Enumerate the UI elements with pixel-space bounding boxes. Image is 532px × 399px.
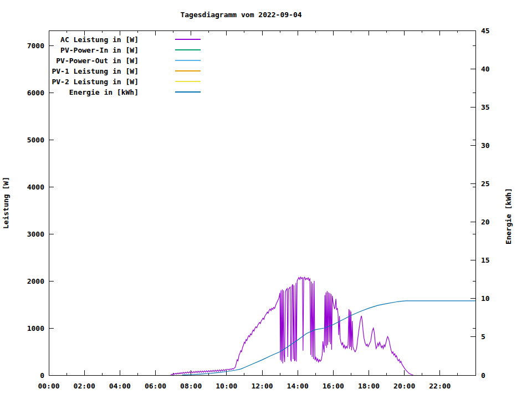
y2-tick-label: 40 [481,65,490,73]
series-line-ac-leistung-in-w [171,277,413,375]
legend-label-pv-1-leistung-in-w: PV-1 Leistung in [W] [52,67,139,75]
y-tick-label: 7000 [27,42,44,50]
x-tick-label: 08:00 [180,382,202,390]
x-tick-label: 12:00 [251,382,273,390]
legend-label-pv-power-out-in-w: PV-Power-Out in [W] [56,57,139,65]
y2-tick-label: 35 [481,103,490,111]
daily-pv-chart: Tagesdiagramm vom 2022-09-04 Leistung [W… [0,0,532,399]
x-tick-label: 20:00 [393,382,415,390]
y-tick-label: 4000 [27,183,44,191]
y2-tick-label: 0 [481,371,485,380]
x-tick-label: 18:00 [358,382,380,390]
y-tick-label: 0 [40,371,44,380]
y-tick-label: 6000 [27,89,44,97]
y2-tick-label: 5 [481,332,485,341]
y2-axis-label: Energie [kWh] [504,188,513,244]
y2-tick-label: 10 [481,294,490,303]
series-lines [171,277,475,375]
legend-label-pv-power-in-in-w: PV-Power-In in [W] [60,46,139,54]
legend-label-ac-leistung-in-w: AC Leistung in [W] [60,35,139,44]
x-tick-label: 04:00 [109,382,131,390]
legend: AC Leistung in [W]PV-Power-In in [W]PV-P… [52,35,201,96]
chart-title: Tagesdiagramm vom 2022-09-04 [180,11,301,19]
x-tick-label: 06:00 [145,382,166,390]
y-tick-label: 3000 [27,230,44,238]
x-tick-label: 14:00 [287,382,309,390]
x-tick-label: 22:00 [429,382,451,390]
chart-page: Tagesdiagramm vom 2022-09-04 Leistung [W… [0,0,532,399]
legend-label-pv-2-leistung-in-w: PV-2 Leistung in [W] [52,78,139,86]
y2-tick-label: 25 [481,180,490,188]
x-tick-label: 00:00 [38,382,59,390]
x-tick-label: 10:00 [216,382,237,390]
y2-tick-label: 45 [481,27,490,35]
y2-tick-label: 15 [481,256,490,264]
y2-tick-label: 30 [481,141,490,150]
legend-label-energie-in-kwh: Energie in [kWh] [69,88,139,96]
y-axis-label: Leistung [W] [2,177,10,229]
y2-tick-label: 20 [481,218,490,226]
x-tick-label: 16:00 [323,382,344,390]
y-tick-label: 2000 [27,277,44,285]
y-tick-label: 5000 [27,136,44,144]
y-tick-label: 1000 [27,324,44,332]
x-tick-label: 02:00 [74,382,95,390]
